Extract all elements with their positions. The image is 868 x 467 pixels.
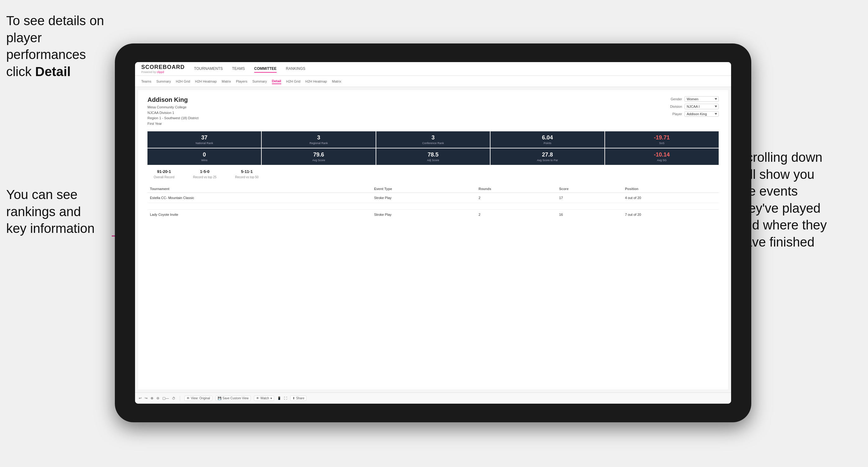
stat-label: National Rank <box>149 142 259 145</box>
nav-rankings[interactable]: RANKINGS <box>286 65 306 73</box>
table-header: Position <box>622 185 719 193</box>
stat-cell: -10.14Avg SG <box>605 148 719 165</box>
gender-selector-row: Gender Women <box>663 96 719 102</box>
annotation-line3: click <box>6 64 35 79</box>
stat-cell: 3Conference Rank <box>376 131 490 148</box>
annotation-bl-line1: You can see <box>6 187 78 202</box>
watch-icon: 👁 <box>256 397 259 400</box>
table-cell-tournament <box>148 203 372 210</box>
stat-label: Wins <box>149 159 259 162</box>
nav-tournaments[interactable]: TOURNAMENTS <box>194 65 223 73</box>
content-area: Addison King Mesa Community College NJCA… <box>135 87 731 393</box>
subnav-players[interactable]: Players <box>236 79 247 84</box>
stat-value: -19.71 <box>607 134 717 141</box>
stat-cell: 6.04Points <box>491 131 604 148</box>
player-selectors: Gender Women Division NJCAA I <box>663 96 719 126</box>
gender-select[interactable]: Women <box>685 96 719 102</box>
division-select[interactable]: NJCAA I <box>685 104 719 109</box>
table-cell-score: 16 <box>557 210 622 220</box>
tablet-frame: SCOREBOARD Powered by clippd TOURNAMENTS… <box>115 43 751 422</box>
toolbar-sep1 <box>180 396 180 401</box>
stat-cell: 27.8Avg Score to Par <box>491 148 604 165</box>
stat-label: Conference Rank <box>378 142 488 145</box>
table-cell-score: 17 <box>557 193 622 203</box>
annotation-topleft: To see details on player performances cl… <box>6 12 124 80</box>
subnav-matrix2[interactable]: Matrix <box>332 79 341 84</box>
annotation-right: Scrolling down will show you the events … <box>738 149 862 251</box>
stat-cell: 37National Rank <box>148 131 261 148</box>
watch-btn[interactable]: 👁 Watch ▾ <box>254 396 274 401</box>
redo-btn[interactable]: ↪ <box>145 396 148 400</box>
stat-value: 3 <box>378 134 488 141</box>
player-selector-row: Player Addison King <box>663 111 719 117</box>
table-header: Rounds <box>476 185 556 193</box>
main-nav: TOURNAMENTS TEAMS COMMITTEE RANKINGS <box>194 65 305 73</box>
subnav-h2hgrid2[interactable]: H2H Grid <box>286 79 301 84</box>
subnav-h2hgrid[interactable]: H2H Grid <box>176 79 190 84</box>
subnav-matrix[interactable]: Matrix <box>222 79 231 84</box>
stat-value: 3 <box>264 134 373 141</box>
stat-value: 27.8 <box>492 152 602 158</box>
undo-btn[interactable]: ↩ <box>139 396 142 400</box>
annotation-line2: player performances <box>6 30 86 62</box>
stat-value: 79.6 <box>264 152 373 158</box>
player-name: Addison King <box>148 96 198 103</box>
view-icon: 👁 <box>187 397 190 400</box>
subnav-h2hheatmap2[interactable]: H2H Heatmap <box>306 79 327 84</box>
save-custom-btn[interactable]: 💾 Save Custom View <box>215 396 251 401</box>
zoom-out-btn[interactable]: ⊖ <box>156 396 159 400</box>
nav-committee[interactable]: COMMITTEE <box>254 65 277 73</box>
table-cell-event_type: Stroke Play <box>372 193 476 203</box>
stats-row2: 0Wins79.6Avg Score78.5Adj Score27.8Avg S… <box>148 148 719 165</box>
share-btn[interactable]: ⬆ Share <box>290 396 307 401</box>
view-original-btn[interactable]: 👁 View: Original <box>184 396 212 401</box>
table-cell-event_type: Stroke Play <box>372 210 476 220</box>
division-label: Division <box>663 105 682 108</box>
nav-teams[interactable]: TEAMS <box>232 65 245 73</box>
player-school: Mesa Community College <box>148 105 187 109</box>
table-header: Score <box>557 185 622 193</box>
table-header: Tournament <box>148 185 372 193</box>
annotation-line1: To see details on <box>6 13 104 28</box>
table-cell-position: 4 out of 20 <box>622 193 719 203</box>
table-cell-rounds: 2 <box>476 193 556 203</box>
subnav-detail[interactable]: Detail <box>272 79 281 84</box>
logo-powered: Powered by clippd <box>141 70 185 73</box>
subnav-teams[interactable]: Teams <box>141 79 151 84</box>
logo-scoreboard: SCOREBOARD <box>141 64 185 70</box>
table-cell-tournament: Estella CC- Mountain Classic <box>148 193 372 203</box>
stat-label: Adj Score <box>378 159 488 162</box>
save-custom-label: Save Custom View <box>223 397 249 400</box>
share-icon: ⬆ <box>292 397 295 400</box>
record-value: 91-20-1 <box>154 169 175 174</box>
fit-btn[interactable]: ▢— <box>162 396 169 400</box>
subnav-h2hheatmap[interactable]: H2H Heatmap <box>195 79 217 84</box>
player-select[interactable]: Addison King <box>685 111 719 117</box>
subnav-summary[interactable]: Summary <box>156 79 171 84</box>
stat-value: -10.14 <box>607 152 717 158</box>
table-row: Estella CC- Mountain ClassicStroke Play2… <box>148 193 719 203</box>
sub-nav: Teams Summary H2H Grid H2H Heatmap Matri… <box>135 76 731 87</box>
stat-cell: -19.71SoS <box>605 131 719 148</box>
share-label: Share <box>296 397 305 400</box>
record-label: Record vs top 50 <box>235 176 258 179</box>
record-value: 1-5-0 <box>193 169 217 174</box>
annotation-bl-line2: rankings and <box>6 204 81 219</box>
player-select-label: Player <box>663 112 682 116</box>
view-original-label: View: Original <box>191 397 210 400</box>
annotation-detail-bold: Detail <box>35 64 70 79</box>
timer-btn[interactable]: ⏱ <box>172 397 176 400</box>
player-year: First Year <box>148 122 162 125</box>
stat-label: Avg SG <box>607 159 717 162</box>
main-panel: Addison King Mesa Community College NJCA… <box>138 90 728 390</box>
table-cell-position <box>622 203 719 210</box>
bottom-toolbar: ↩ ↪ ⊕ ⊖ ▢— ⏱ 👁 View: Original 💾 Save Cus… <box>135 393 731 404</box>
zoom-in-btn[interactable]: ⊕ <box>151 396 153 400</box>
table-header: Event Type <box>372 185 476 193</box>
records-row: 91-20-1Overall Record1-5-0Record vs top … <box>148 169 719 180</box>
subnav-summary2[interactable]: Summary <box>252 79 267 84</box>
table-cell-rounds <box>476 203 556 210</box>
logo-clippd: clippd <box>157 70 164 73</box>
stats-row1: 37National Rank3Regional Rank3Conference… <box>148 131 719 148</box>
toolbar-icon-tablet: 📱 <box>277 397 281 400</box>
